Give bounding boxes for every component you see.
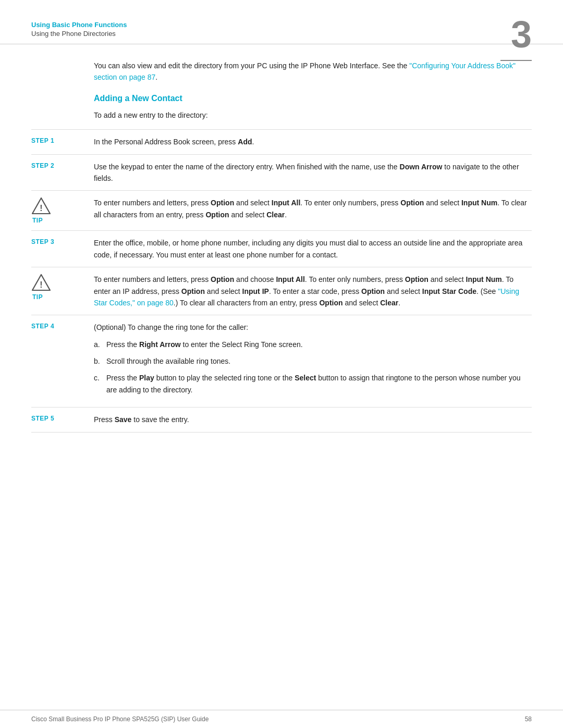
step-4-sub-a-label: a. bbox=[94, 339, 106, 350]
content: You can also view and edit the directory… bbox=[0, 44, 563, 579]
step-4-sub-c-text: Press the Play button to play the select… bbox=[106, 372, 532, 396]
tip-1-icon: ! bbox=[31, 197, 51, 215]
intro-paragraph: You can also view and edit the directory… bbox=[94, 60, 532, 83]
step-5-content: Press Save to save the entry. bbox=[94, 414, 532, 425]
chapter-number: 3 bbox=[511, 16, 532, 53]
tip-2-icon-area: ! TIP bbox=[31, 274, 94, 301]
step-3-row: STEP 3 Enter the office, mobile, or home… bbox=[31, 230, 532, 267]
step-4-sub-b-label: b. bbox=[94, 355, 106, 367]
tip-2-content: To enter numbers and letters, press Opti… bbox=[94, 274, 532, 309]
header-subtitle: Using the Phone Directories bbox=[31, 30, 532, 38]
step-4-sub-b: b. Scroll through the available ring ton… bbox=[94, 355, 532, 367]
step-4-content: (Optional) To change the ring tone for t… bbox=[94, 322, 532, 401]
step-4-label: STEP 4 bbox=[31, 322, 94, 330]
footer-right: 58 bbox=[525, 715, 532, 723]
step-4-sub-a-text: Press the Right Arrow to enter the Selec… bbox=[106, 339, 303, 350]
step-1-row: STEP 1 In the Personal Address Book scre… bbox=[31, 129, 532, 154]
spacer bbox=[0, 579, 563, 710]
step-4-sublist: a. Press the Right Arrow to enter the Se… bbox=[94, 339, 532, 396]
header-title: Using Basic Phone Functions bbox=[31, 21, 532, 29]
section-intro: To add a new entry to the directory: bbox=[94, 109, 532, 121]
svg-text:!: ! bbox=[40, 204, 42, 213]
tip-1-row: ! TIP To enter numbers and letters, pres… bbox=[31, 190, 532, 230]
footer-left: Cisco Small Business Pro IP Phone SPA525… bbox=[31, 715, 209, 723]
intro-text-end: . bbox=[155, 73, 157, 81]
step-2-row: STEP 2 Use the keypad to enter the name … bbox=[31, 154, 532, 191]
step-4-text: (Optional) To change the ring tone for t… bbox=[94, 323, 248, 331]
tip-1-icon-area: ! TIP bbox=[31, 197, 94, 224]
step-5-row: STEP 5 Press Save to save the entry. bbox=[31, 407, 532, 432]
header: Using Basic Phone Functions Using the Ph… bbox=[0, 0, 563, 44]
step-4-sub-c: c. Press the Play button to play the sel… bbox=[94, 372, 532, 396]
step-4-sub-c-label: c. bbox=[94, 372, 106, 396]
step-1-label: STEP 1 bbox=[31, 136, 94, 144]
tip-1-content: To enter numbers and letters, press Opti… bbox=[94, 197, 532, 220]
tip-2-icon: ! bbox=[31, 274, 51, 291]
step-3-label: STEP 3 bbox=[31, 237, 94, 245]
step-3-content: Enter the office, mobile, or home phone … bbox=[94, 237, 532, 261]
step-4-row: STEP 4 (Optional) To change the ring ton… bbox=[31, 315, 532, 407]
svg-text:!: ! bbox=[40, 280, 42, 289]
intro-text-before: You can also view and edit the directory… bbox=[94, 61, 409, 70]
tip-1-label: TIP bbox=[32, 217, 43, 224]
step-2-label: STEP 2 bbox=[31, 161, 94, 169]
chapter-line bbox=[500, 60, 532, 61]
step-1-content: In the Personal Address Book screen, pre… bbox=[94, 136, 532, 147]
step-4-sub-b-text: Scroll through the available ring tones. bbox=[106, 355, 230, 367]
step-2-content: Use the keypad to enter the name of the … bbox=[94, 161, 532, 184]
tip-2-label: TIP bbox=[32, 293, 43, 301]
footer: Cisco Small Business Pro IP Phone SPA525… bbox=[0, 710, 563, 728]
page: 3 Using Basic Phone Functions Using the … bbox=[0, 0, 563, 728]
step-5-label: STEP 5 bbox=[31, 414, 94, 422]
step-4-sub-a: a. Press the Right Arrow to enter the Se… bbox=[94, 339, 532, 350]
tip-2-row: ! TIP To enter numbers and letters, pres… bbox=[31, 267, 532, 315]
section-heading: Adding a New Contact bbox=[94, 94, 532, 103]
